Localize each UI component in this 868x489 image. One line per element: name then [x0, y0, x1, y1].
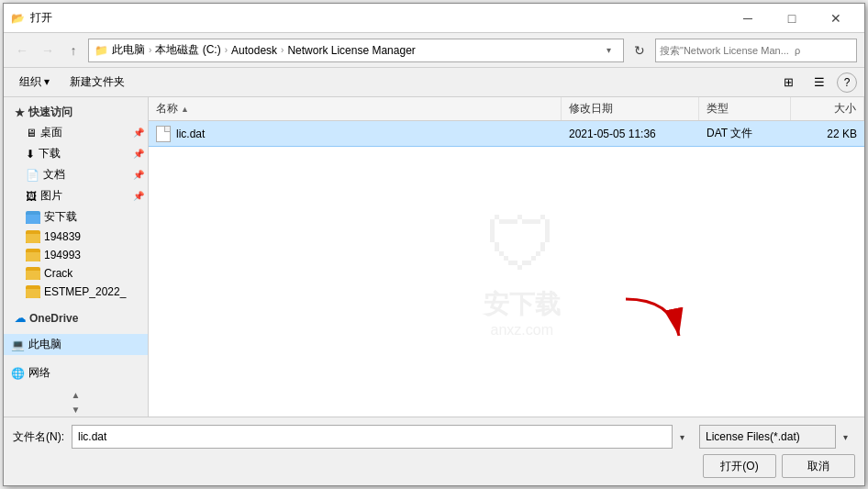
- dialog-title: 打开: [30, 10, 52, 26]
- search-box: [655, 39, 857, 62]
- secondary-toolbar: 组织 ▾ 新建文件夹 ⊞ ☰ ?: [4, 68, 864, 97]
- dat-file-icon: [156, 126, 171, 142]
- pin-icon-2: 📌: [133, 149, 144, 159]
- filename-input[interactable]: [72, 425, 692, 449]
- sidebar-section-thispc: 💻 此电脑: [4, 330, 148, 359]
- sidebar-item-documents[interactable]: 📄 文档 📌: [4, 164, 148, 185]
- breadcrumb-bar: 📁 此电脑 › 本地磁盘 (C:) › Autodesk › Network L…: [88, 39, 624, 62]
- file-type-cell: DAT 文件: [699, 121, 791, 146]
- nav-toolbar: ← → ↑ 📁 此电脑 › 本地磁盘 (C:) › Autodesk › Net…: [4, 33, 864, 68]
- breadcrumb-item-autodesk[interactable]: Autodesk: [231, 44, 277, 57]
- folder-icon-194839: [26, 230, 40, 243]
- col-header-name[interactable]: 名称 ▲: [149, 97, 562, 120]
- bottom-buttons: 打开(O) 取消: [13, 454, 855, 478]
- filename-label: 文件名(N):: [13, 429, 64, 445]
- breadcrumb-folder-icon: 📁: [95, 44, 108, 57]
- download-icon: ⬇: [26, 148, 35, 161]
- file-rows: lic.dat 2021-05-05 11:36 DAT 文件 22 KB: [149, 121, 864, 417]
- pin-icon-3: 📌: [133, 170, 144, 180]
- forward-button[interactable]: →: [37, 39, 59, 61]
- sidebar-item-anxz[interactable]: 安下载: [4, 206, 148, 228]
- title-bar: 📂 打开 ─ □ ✕: [4, 4, 864, 33]
- search-input[interactable]: [660, 45, 852, 56]
- view-options-button[interactable]: ⊞: [775, 72, 802, 94]
- file-list-header: 名称 ▲ 修改日期 类型 大小: [149, 97, 864, 121]
- desktop-icon: 🖥: [26, 127, 37, 139]
- sidebar-scroll: ★ 快速访问 🖥 桌面 📌 ⬇ 下载 📌 📄: [4, 97, 148, 387]
- filename-input-container: ▾: [72, 425, 692, 449]
- close-button[interactable]: ✕: [815, 6, 857, 31]
- minimize-button[interactable]: ─: [727, 6, 769, 31]
- sidebar-item-estmep[interactable]: ESTMEP_2022_: [4, 283, 148, 301]
- folder-icon-crack: [26, 267, 40, 280]
- sort-arrow-name: ▲: [181, 105, 189, 114]
- sidebar: ★ 快速访问 🖥 桌面 📌 ⬇ 下载 📌 📄: [4, 97, 149, 417]
- sidebar-section-onedrive: ☁ OneDrive: [4, 305, 148, 330]
- network-icon: 🌐: [11, 367, 25, 380]
- docs-icon: 📄: [26, 169, 39, 182]
- sidebar-header-quickaccess[interactable]: ★ 快速访问: [4, 101, 148, 122]
- bottom-bar: 文件名(N): ▾ License Files(*.dat) ▾ 打开(O) 取…: [4, 417, 864, 485]
- pin-icon: 📌: [133, 128, 144, 138]
- filename-dropdown-button[interactable]: ▾: [672, 425, 692, 449]
- sidebar-item-downloads[interactable]: ⬇ 下载 📌: [4, 143, 148, 164]
- folder-icon-194993: [26, 249, 40, 261]
- maximize-button[interactable]: □: [771, 6, 813, 31]
- help-button[interactable]: ?: [837, 72, 857, 93]
- filename-row: 文件名(N): ▾ License Files(*.dat) ▾: [13, 425, 855, 449]
- open-file-dialog: 📂 打开 ─ □ ✕ ← → ↑ 📁 此电脑 › 本地磁盘 (C:) › Aut…: [3, 3, 865, 486]
- folder-icon-estmep: [26, 285, 40, 298]
- file-list: 🛡 安下载 anxz.com 名称 ▲ 修改日期 类型 大小: [149, 97, 864, 417]
- breadcrumb-item-nlm[interactable]: Network License Manager: [287, 44, 415, 57]
- back-button[interactable]: ←: [11, 39, 33, 61]
- new-folder-button[interactable]: 新建文件夹: [61, 72, 133, 94]
- filetype-container: License Files(*.dat) ▾: [699, 425, 855, 449]
- sidebar-item-network[interactable]: 🌐 网络: [4, 362, 148, 383]
- sidebar-scroll-up[interactable]: ▲: [4, 387, 148, 402]
- sidebar-item-thispc[interactable]: 💻 此电脑: [4, 334, 148, 355]
- filetype-select[interactable]: License Files(*.dat): [699, 425, 855, 449]
- table-row[interactable]: lic.dat 2021-05-05 11:36 DAT 文件 22 KB: [149, 121, 864, 147]
- sidebar-item-194993[interactable]: 194993: [4, 246, 148, 264]
- breadcrumb-item-c[interactable]: 本地磁盘 (C:): [155, 42, 220, 58]
- title-bar-left: 📂 打开: [11, 10, 52, 26]
- sidebar-item-crack[interactable]: Crack: [4, 264, 148, 283]
- main-content: ★ 快速访问 🖥 桌面 📌 ⬇ 下载 📌 📄: [4, 97, 864, 417]
- sidebar-item-desktop[interactable]: 🖥 桌面 📌: [4, 122, 148, 143]
- computer-icon: 💻: [11, 339, 25, 351]
- col-header-size[interactable]: 大小: [791, 97, 864, 120]
- pics-icon: 🖼: [26, 190, 37, 203]
- dialog-icon: 📂: [11, 12, 25, 25]
- sidebar-header-onedrive[interactable]: ☁ OneDrive: [4, 308, 148, 327]
- sidebar-item-194839[interactable]: 194839: [4, 228, 148, 246]
- breadcrumb-dropdown-button[interactable]: ▾: [599, 39, 618, 61]
- up-button[interactable]: ↑: [62, 39, 84, 61]
- star-icon: ★: [15, 106, 25, 119]
- onedrive-icon: ☁: [15, 312, 26, 325]
- breadcrumb-item-pc[interactable]: 此电脑: [112, 42, 145, 58]
- file-date-cell: 2021-05-05 11:36: [562, 121, 699, 146]
- refresh-button[interactable]: ↻: [628, 39, 651, 62]
- view-list-button[interactable]: ☰: [806, 72, 833, 94]
- title-bar-controls: ─ □ ✕: [727, 6, 857, 31]
- sidebar-item-pictures[interactable]: 🖼 图片 📌: [4, 185, 148, 206]
- file-name-cell: lic.dat: [149, 121, 562, 146]
- sidebar-scroll-down[interactable]: ▼: [4, 402, 148, 417]
- folder-icon-anxz: [26, 211, 40, 224]
- organize-button[interactable]: 组织 ▾: [11, 72, 58, 94]
- pin-icon-4: 📌: [133, 191, 144, 201]
- file-size-cell: 22 KB: [791, 121, 864, 146]
- col-header-type[interactable]: 类型: [699, 97, 791, 120]
- cancel-button[interactable]: 取消: [782, 454, 855, 478]
- col-header-date[interactable]: 修改日期: [562, 97, 699, 120]
- sidebar-section-quickaccess: ★ 快速访问 🖥 桌面 📌 ⬇ 下载 📌 📄: [4, 97, 148, 305]
- open-button[interactable]: 打开(O): [703, 454, 776, 478]
- sidebar-section-network: 🌐 网络: [4, 359, 148, 387]
